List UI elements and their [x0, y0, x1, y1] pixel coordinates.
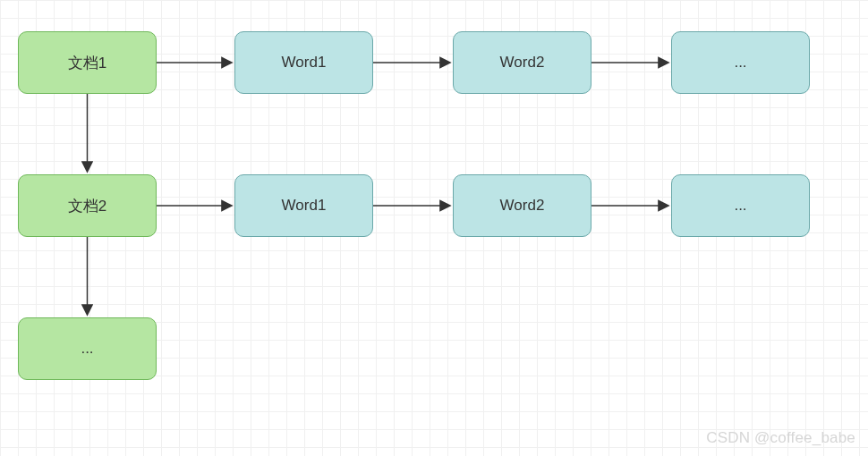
- arrows-layer: [0, 0, 868, 456]
- watermark-text: CSDN @coffee_babe: [706, 429, 855, 446]
- watermark: CSDN @coffee_babe: [706, 429, 855, 447]
